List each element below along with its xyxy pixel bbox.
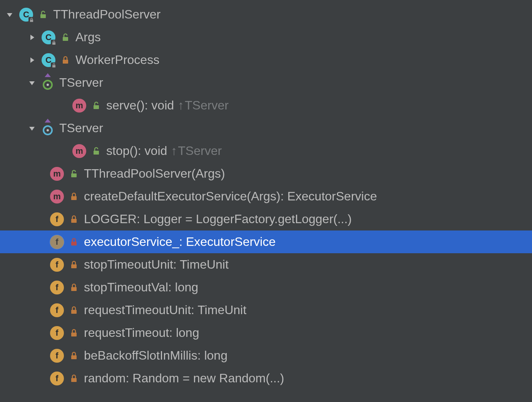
- svg-rect-16: [71, 242, 77, 246]
- svg-rect-4: [52, 42, 55, 45]
- class-icon: C: [41, 52, 56, 68]
- static-overlay-icon: [40, 39, 47, 46]
- svg-rect-18: [71, 287, 77, 291]
- field-icon: f: [49, 234, 65, 250]
- private-lock-icon: [69, 328, 79, 338]
- override-anchor-icon: [41, 76, 55, 90]
- method-icon: m: [49, 166, 65, 182]
- inherited-from-label: TServer: [178, 98, 229, 113]
- expand-arrow-right-icon[interactable]: [27, 55, 37, 65]
- method-icon: m: [72, 143, 87, 159]
- node-label: requestTimeout: long: [84, 326, 199, 340]
- node-label: WorkerProcess: [75, 53, 159, 67]
- field-icon: f: [49, 348, 65, 363]
- node-label: TServer: [59, 76, 103, 90]
- final-overlay-icon: [51, 62, 57, 69]
- node-label: createDefaultExecutorService(Args): Exec…: [84, 189, 377, 204]
- tree-node-class[interactable]: C WorkerProcess: [0, 49, 532, 71]
- private-lock-icon: [69, 192, 79, 201]
- node-label: random: Random = new Random(...): [84, 371, 284, 385]
- svg-marker-3: [30, 35, 34, 40]
- node-label: beBackoffSlotInMillis: long: [84, 348, 228, 363]
- node-label: TThreadPoolServer: [53, 7, 161, 22]
- expand-arrow-right-icon[interactable]: [27, 32, 37, 42]
- tree-node-method[interactable]: m stop(): void TServer: [0, 140, 532, 162]
- svg-rect-19: [71, 310, 77, 314]
- svg-rect-17: [71, 264, 77, 268]
- tree-node-field-selected[interactable]: f executorService_: ExecutorService: [0, 230, 532, 253]
- public-lock-icon: [92, 146, 101, 156]
- node-label: executorService_: ExecutorService: [84, 235, 276, 249]
- private-lock-icon: [69, 351, 79, 360]
- tree-node-field[interactable]: f requestTimeoutUnit: TimeUnit: [0, 299, 532, 321]
- public-lock-icon: [92, 101, 101, 110]
- private-lock-icon: [61, 56, 70, 65]
- final-pin-overlay-icon: [49, 279, 55, 286]
- field-icon: f: [49, 257, 65, 272]
- node-label: Args: [75, 30, 101, 44]
- svg-rect-5: [63, 37, 68, 41]
- svg-marker-0: [7, 13, 12, 17]
- tree-node-override-group[interactable]: TServer: [0, 71, 532, 94]
- tree-node-field[interactable]: f LOGGER: Logger = LoggerFactory.getLogg…: [0, 208, 532, 230]
- override-anchor-icon: [41, 121, 55, 135]
- expand-arrow-down-icon[interactable]: [27, 78, 37, 88]
- tree-node-field[interactable]: f random: Random = new Random(...): [0, 367, 532, 390]
- field-icon: f: [49, 212, 65, 227]
- svg-rect-15: [71, 219, 77, 223]
- node-label: TThreadPoolServer(Args): [84, 167, 225, 181]
- final-pin-overlay-icon: [49, 211, 55, 218]
- method-icon: m: [49, 189, 65, 204]
- static-overlay-icon: [40, 62, 47, 69]
- field-icon: f: [49, 280, 65, 295]
- tree-node-method[interactable]: m createDefaultExecutorService(Args): Ex…: [0, 185, 532, 208]
- tree-node-class[interactable]: C TThreadPoolServer: [0, 3, 532, 26]
- node-label: stop(): void: [106, 144, 167, 158]
- final-overlay-icon: [28, 17, 35, 23]
- static-overlay-icon: [49, 221, 55, 228]
- svg-rect-22: [71, 378, 77, 382]
- public-lock-icon: [38, 10, 48, 19]
- final-pin-overlay-icon: [49, 256, 55, 263]
- inherited-from-label: TServer: [171, 144, 222, 158]
- svg-marker-11: [29, 127, 35, 131]
- tree-node-constructor[interactable]: m TThreadPoolServer(Args): [0, 162, 532, 185]
- tree-node-class[interactable]: C Args: [0, 26, 532, 49]
- svg-rect-2: [40, 14, 46, 18]
- final-pin-overlay-icon: [49, 325, 55, 331]
- svg-rect-7: [52, 65, 55, 67]
- final-pin-overlay-icon: [49, 302, 55, 309]
- svg-marker-9: [29, 81, 35, 85]
- private-lock-icon: [69, 215, 79, 224]
- structure-tree: C TThreadPoolServer C Args: [0, 0, 532, 390]
- svg-rect-12: [94, 151, 99, 155]
- tree-node-field[interactable]: f stopTimeoutUnit: TimeUnit: [0, 253, 532, 276]
- method-icon: m: [72, 98, 87, 113]
- node-label: serve(): void: [106, 98, 174, 113]
- node-label: TServer: [59, 121, 103, 135]
- node-label: LOGGER: Logger = LoggerFactory.getLogger…: [84, 212, 352, 226]
- public-lock-icon: [61, 33, 70, 42]
- tree-node-field[interactable]: f requestTimeout: long: [0, 321, 532, 344]
- svg-rect-8: [63, 60, 68, 64]
- svg-rect-13: [71, 173, 77, 177]
- node-label: stopTimeoutUnit: TimeUnit: [84, 257, 229, 272]
- field-icon: f: [49, 371, 65, 386]
- private-lock-icon: [69, 237, 79, 247]
- expand-arrow-down-icon[interactable]: [5, 10, 15, 20]
- svg-marker-6: [30, 57, 34, 63]
- field-icon: f: [49, 303, 65, 318]
- private-lock-icon: [69, 283, 79, 292]
- tree-node-field[interactable]: f beBackoffSlotInMillis: long: [0, 344, 532, 367]
- tree-node-method[interactable]: m serve(): void TServer: [0, 94, 532, 117]
- svg-rect-20: [71, 333, 77, 336]
- final-overlay-icon: [51, 40, 57, 46]
- private-lock-icon: [69, 260, 79, 269]
- svg-rect-21: [71, 355, 77, 359]
- tree-node-field[interactable]: f stopTimeoutVal: long: [0, 276, 532, 299]
- expand-arrow-down-icon[interactable]: [27, 123, 37, 133]
- svg-rect-10: [94, 105, 99, 109]
- field-icon: f: [49, 325, 65, 341]
- private-lock-icon: [69, 306, 79, 315]
- tree-node-override-group[interactable]: TServer: [0, 117, 532, 140]
